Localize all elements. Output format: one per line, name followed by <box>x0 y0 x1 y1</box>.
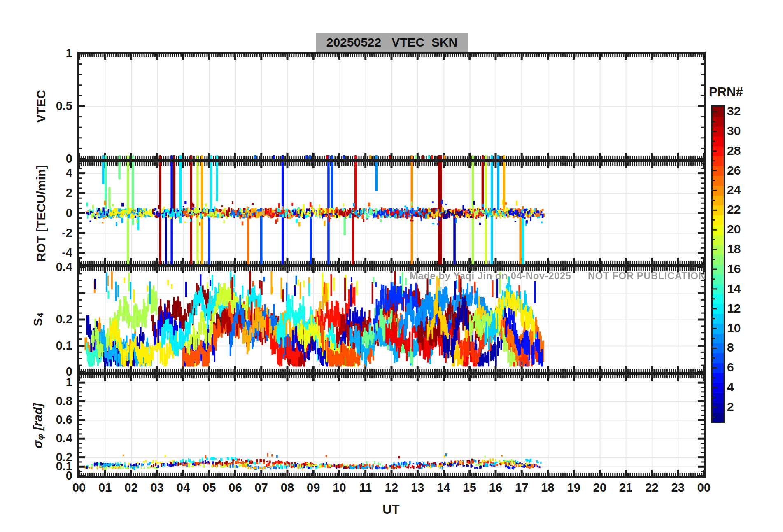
y-tick-label-s4: 0.1 <box>35 339 72 352</box>
colorbar-tick-label: 28 <box>727 144 756 158</box>
x-tick-label: 22 <box>639 481 665 495</box>
colorbar-tick-label: 32 <box>727 104 756 118</box>
x-tick-label: 00 <box>66 481 92 495</box>
y-tick-label-rot: 0 <box>35 206 72 220</box>
plot-title: 20250522 VTEC SKN <box>316 33 468 52</box>
x-tick-label: 23 <box>665 481 691 495</box>
x-tick-label: 03 <box>144 481 170 495</box>
x-axis-label: UT <box>366 502 416 517</box>
figure: 20250522 VTEC SKN VTEC ROT [TECU/min] S4… <box>0 0 783 532</box>
colorbar-tick-label: 16 <box>727 262 756 276</box>
x-tick-label: 07 <box>248 481 275 495</box>
colorbar-tick-label: 12 <box>727 301 756 315</box>
colorbar-tick-label: 2 <box>727 400 756 414</box>
x-tick-label: 15 <box>457 481 483 495</box>
watermark-credit: Made by Yaqi Jin on 04-Nov-2025 <box>410 270 571 282</box>
x-tick-label: 17 <box>508 481 535 495</box>
x-tick-label: 08 <box>274 481 301 495</box>
colorbar-tick-label: 4 <box>727 380 756 394</box>
x-tick-label: 09 <box>300 481 326 495</box>
y-tick-label-sigma: 0.6 <box>35 413 72 427</box>
panel-vtec <box>77 52 706 161</box>
y-tick-label-rot: 2 <box>35 186 72 200</box>
colorbar-tick-label: 8 <box>727 341 756 355</box>
y-tick-label-s4: 0.4 <box>35 260 72 274</box>
x-tick-label: 14 <box>431 481 457 495</box>
y-tick-label-vtec: 0 <box>35 152 72 166</box>
rot-plot-canvas <box>79 162 704 264</box>
y-tick-label-s4: 0.2 <box>35 313 72 326</box>
x-tick-label: 18 <box>535 481 561 495</box>
y-tick-label-rot: 4 <box>35 166 72 180</box>
y-tick-label-sigma: 0.8 <box>35 394 72 408</box>
y-tick-label-rot: -2 <box>35 226 72 240</box>
colorbar-tick-label: 18 <box>727 242 756 256</box>
x-tick-label: 11 <box>352 481 379 495</box>
s4-plot-canvas <box>79 267 704 372</box>
colorbar-tick-label: 20 <box>727 222 756 236</box>
x-tick-label: 12 <box>378 481 405 495</box>
sigma-phi-plot-canvas <box>79 375 704 476</box>
panel-s4 <box>77 266 706 373</box>
x-tick-label: 19 <box>561 481 587 495</box>
x-tick-label: 05 <box>196 481 222 495</box>
colorbar-canvas <box>713 107 724 422</box>
colorbar-tick-label: 22 <box>727 203 756 217</box>
x-tick-label: 21 <box>613 481 639 495</box>
y-tick-label-sigma: 0.4 <box>35 432 72 445</box>
x-tick-label: 16 <box>482 481 509 495</box>
x-tick-label: 01 <box>92 481 118 495</box>
colorbar-tick-label: 10 <box>727 321 756 335</box>
panel-sigma-phi <box>77 373 706 478</box>
x-tick-label: 06 <box>222 481 249 495</box>
x-tick-label: 02 <box>118 481 144 495</box>
watermark-not-for-publication: NOT FOR PUBLICATION <box>588 270 706 282</box>
colorbar-tick-label: 24 <box>727 183 756 197</box>
colorbar-title: PRN# <box>709 85 743 100</box>
colorbar <box>711 105 725 423</box>
colorbar-tick-label: 6 <box>727 360 756 374</box>
colorbar-tick-label: 14 <box>727 282 756 296</box>
y-tick-label-vtec: 1 <box>35 47 72 60</box>
y-tick-label-rot: -4 <box>35 246 72 259</box>
x-tick-label: 00 <box>691 481 717 495</box>
y-tick-label-sigma: 1 <box>35 376 72 389</box>
colorbar-tick-label: 26 <box>727 163 756 177</box>
x-tick-label: 10 <box>326 481 353 495</box>
vtec-plot-canvas <box>79 54 704 159</box>
colorbar-tick-label: 30 <box>727 124 756 138</box>
y-tick-label-vtec: 0.5 <box>35 99 72 113</box>
panel-rot <box>77 161 706 266</box>
x-tick-label: 20 <box>587 481 613 495</box>
x-tick-label: 04 <box>170 481 196 495</box>
x-tick-label: 13 <box>404 481 431 495</box>
